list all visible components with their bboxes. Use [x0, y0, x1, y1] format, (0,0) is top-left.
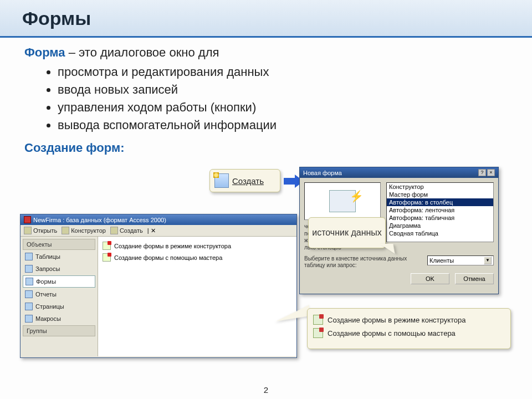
- nf-option[interactable]: Автоформа: ленточная: [387, 206, 493, 214]
- options-callout: Создание формы в режиме конструктора Соз…: [307, 308, 511, 349]
- option-label: Создание формы с помощью мастера: [328, 329, 456, 337]
- sidebar-label: Отчеты: [35, 291, 57, 298]
- sidebar-item-pages[interactable]: Страницы: [23, 301, 95, 312]
- create-label: Создать: [120, 227, 143, 234]
- design-label: Конструктор: [71, 227, 106, 234]
- close-button[interactable]: ×: [487, 169, 495, 176]
- page-icon: [25, 303, 33, 310]
- table-icon: [25, 253, 33, 260]
- groups-category[interactable]: Группы: [23, 325, 95, 336]
- design-icon: [62, 227, 69, 234]
- create-form-wizard-row[interactable]: Создание формы с помощью мастера: [101, 252, 293, 263]
- nf-title-text: Новая форма: [303, 170, 342, 176]
- toolbar-separator: | ✕: [147, 227, 156, 234]
- open-label: Открыть: [33, 227, 57, 234]
- wizard-icon: [103, 242, 111, 250]
- open-icon: [24, 227, 32, 234]
- sidebar-item-reports[interactable]: Отчеты: [23, 289, 95, 300]
- db-titlebar: NewFirma : база данных (формат Access 20…: [21, 214, 296, 225]
- nf-preview: ⚡: [304, 182, 381, 220]
- open-button[interactable]: Открыть: [24, 227, 57, 234]
- create-button-callout[interactable]: Создать: [209, 169, 280, 192]
- wizard-icon: [313, 328, 323, 338]
- objects-category[interactable]: Объекты: [23, 239, 95, 250]
- source-callout: источник данных: [308, 217, 386, 248]
- help-button[interactable]: ?: [478, 169, 486, 176]
- sidebar-label: Таблицы: [35, 253, 60, 260]
- bullet-item: просмотра и редактирования данных: [58, 63, 508, 81]
- lightning-icon: ⚡: [350, 190, 364, 203]
- db-sidebar: Объекты Таблицы Запросы Формы Отчеты Стр…: [21, 237, 98, 356]
- sidebar-label: Формы: [36, 278, 56, 285]
- query-icon: [25, 265, 33, 273]
- db-toolbar: Открыть Конструктор Создать | ✕: [21, 225, 296, 237]
- database-window: NewFirma : база данных (формат Access 20…: [20, 214, 297, 358]
- bullet-item: ввода новых записей: [58, 81, 508, 99]
- design-button[interactable]: Конструктор: [62, 227, 106, 234]
- option-label: Создание формы в режиме конструктора: [328, 316, 466, 324]
- definition-line: Форма – это диалоговое окно для: [24, 45, 508, 60]
- bullet-list: просмотра и редактирования данных ввода …: [24, 63, 508, 134]
- source-label: Выберите в качестве источника данных таб…: [304, 255, 423, 269]
- nf-option[interactable]: Мастер форм: [387, 191, 493, 198]
- nf-option-list[interactable]: Конструктор Мастер форм Автоформа: в сто…: [386, 182, 494, 242]
- bullet-item: вывода вспомогательной информации: [58, 116, 508, 134]
- row-label: Создание формы с помощью мастера: [114, 254, 222, 261]
- page-number: 2: [0, 385, 532, 395]
- sidebar-item-forms[interactable]: Формы: [23, 275, 95, 288]
- sidebar-label: Страницы: [35, 303, 64, 310]
- new-icon: [214, 173, 229, 188]
- row-label: Создание формы в режиме конструктора: [114, 243, 231, 249]
- source-value: Клиенты: [429, 257, 454, 264]
- cancel-button[interactable]: Отмена: [455, 273, 494, 284]
- subheading: Создание форм:: [24, 141, 508, 155]
- ok-button[interactable]: OK: [411, 273, 449, 284]
- report-icon: [25, 290, 33, 298]
- nf-option[interactable]: Диаграмма: [387, 222, 493, 229]
- sidebar-label: Макросы: [35, 315, 61, 322]
- db-icon: [24, 216, 31, 223]
- nf-option[interactable]: Сводная таблица: [387, 229, 493, 237]
- sidebar-item-tables[interactable]: Таблицы: [23, 251, 95, 262]
- db-main-pane: Создание формы в режиме конструктора Соз…: [98, 237, 296, 356]
- nf-option[interactable]: Автоформа: табличная: [387, 214, 493, 222]
- sidebar-label: Запросы: [35, 265, 60, 272]
- option-row: Создание формы с помощью мастера: [313, 326, 505, 340]
- create-icon: [110, 227, 118, 234]
- chevron-down-icon[interactable]: ▼: [484, 257, 492, 264]
- option-row: Создание формы в режиме конструктора: [313, 313, 505, 326]
- nf-option-selected[interactable]: Автоформа: в столбец: [387, 198, 493, 206]
- bullet-item: управления ходом работы (кнопки): [58, 99, 508, 116]
- term: Форма: [24, 45, 65, 59]
- definition-rest: – это диалоговое окно для: [65, 45, 219, 59]
- nf-titlebar: Новая форма ? ×: [300, 167, 498, 178]
- slide-title: Формы: [0, 0, 532, 38]
- create-form-design-row[interactable]: Создание формы в режиме конструктора: [101, 240, 293, 252]
- wizard-icon: [313, 315, 323, 325]
- create-button-label: Создать: [232, 176, 264, 186]
- db-title-text: NewFirma : база данных (формат Access 20…: [33, 217, 166, 223]
- macro-icon: [25, 315, 33, 323]
- form-icon: [25, 278, 33, 285]
- source-combo[interactable]: Клиенты ▼: [427, 255, 494, 265]
- wizard-icon: [103, 253, 111, 262]
- sidebar-item-queries[interactable]: Запросы: [23, 263, 95, 274]
- sidebar-item-macros[interactable]: Макросы: [23, 313, 95, 324]
- nf-option[interactable]: Конструктор: [387, 183, 493, 191]
- create-button[interactable]: Создать: [110, 227, 143, 234]
